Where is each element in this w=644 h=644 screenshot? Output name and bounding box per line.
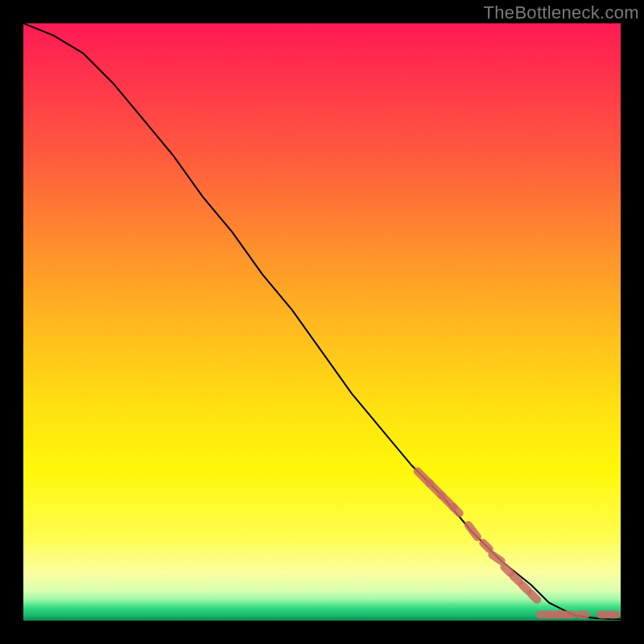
- dash-marker: [492, 555, 501, 560]
- dash-marker: [504, 567, 510, 572]
- chart-overlay: [23, 23, 621, 621]
- dash-marker: [513, 576, 518, 581]
- dash-marker: [453, 507, 459, 513]
- main-curve: [23, 23, 621, 619]
- dash-marker: [531, 594, 537, 600]
- dash-marker: [469, 525, 477, 537]
- dash-marker: [483, 543, 489, 549]
- plot-area: [23, 23, 621, 621]
- dash-markers: [418, 472, 616, 615]
- chart-stage: TheBottleneck.com: [0, 0, 644, 644]
- watermark-text: TheBottleneck.com: [484, 2, 639, 23]
- dash-marker: [522, 584, 528, 590]
